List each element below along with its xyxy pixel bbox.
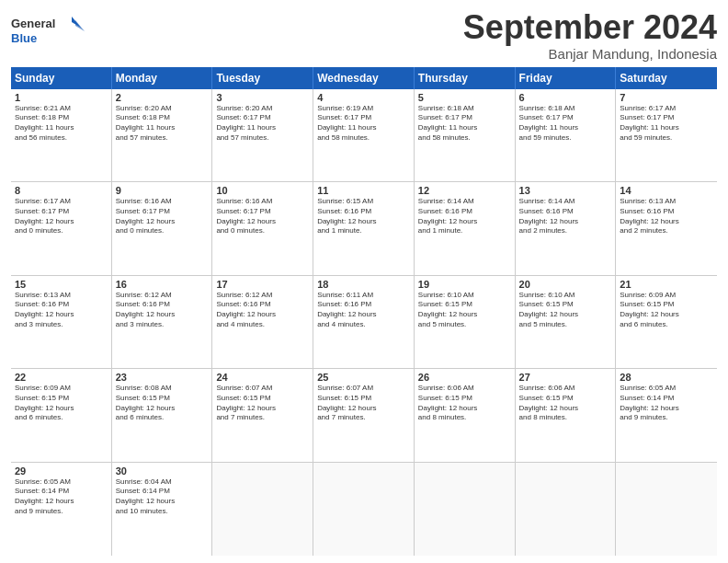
cell-w2-d4: 11Sunrise: 6:15 AM Sunset: 6:16 PM Dayli… xyxy=(313,182,415,274)
cell-w5-d5 xyxy=(415,463,516,556)
cell-w2-d6: 13Sunrise: 6:14 AM Sunset: 6:16 PM Dayli… xyxy=(516,182,617,274)
cell-w2-d2: 9Sunrise: 6:16 AM Sunset: 6:17 PM Daylig… xyxy=(112,182,213,274)
cell-w3-d1: 15Sunrise: 6:13 AM Sunset: 6:16 PM Dayli… xyxy=(11,276,112,368)
day-number: 24 xyxy=(216,372,309,383)
day-number: 26 xyxy=(418,372,511,383)
cell-w3-d3: 17Sunrise: 6:12 AM Sunset: 6:16 PM Dayli… xyxy=(212,276,313,368)
cell-w1-d3: 3Sunrise: 6:20 AM Sunset: 6:17 PM Daylig… xyxy=(212,89,313,181)
week-5: 29Sunrise: 6:05 AM Sunset: 6:14 PM Dayli… xyxy=(11,463,717,556)
cell-w4-d6: 27Sunrise: 6:06 AM Sunset: 6:15 PM Dayli… xyxy=(516,369,617,461)
cell-info: Sunrise: 6:09 AM Sunset: 6:15 PM Dayligh… xyxy=(620,291,713,330)
cell-w3-d2: 16Sunrise: 6:12 AM Sunset: 6:16 PM Dayli… xyxy=(112,276,213,368)
page-container: General Blue September 2024 Banjar Mandu… xyxy=(0,0,728,563)
day-number: 17 xyxy=(216,279,309,290)
col-sunday: Sunday xyxy=(11,67,112,89)
day-number: 4 xyxy=(317,92,410,103)
cell-w3-d7: 21Sunrise: 6:09 AM Sunset: 6:15 PM Dayli… xyxy=(616,276,717,368)
week-1: 1Sunrise: 6:21 AM Sunset: 6:18 PM Daylig… xyxy=(11,89,717,182)
cell-info: Sunrise: 6:21 AM Sunset: 6:18 PM Dayligh… xyxy=(15,104,108,144)
day-number: 19 xyxy=(418,279,511,290)
cell-w4-d7: 28Sunrise: 6:05 AM Sunset: 6:14 PM Dayli… xyxy=(616,369,717,461)
cell-info: Sunrise: 6:12 AM Sunset: 6:16 PM Dayligh… xyxy=(116,291,209,330)
cell-info: Sunrise: 6:12 AM Sunset: 6:16 PM Dayligh… xyxy=(216,291,309,330)
cell-w1-d7: 7Sunrise: 6:17 AM Sunset: 6:17 PM Daylig… xyxy=(616,89,717,181)
cell-info: Sunrise: 6:16 AM Sunset: 6:17 PM Dayligh… xyxy=(116,197,209,236)
cell-info: Sunrise: 6:14 AM Sunset: 6:16 PM Dayligh… xyxy=(519,197,612,236)
cell-w2-d1: 8Sunrise: 6:17 AM Sunset: 6:17 PM Daylig… xyxy=(11,182,112,274)
logo-svg: General Blue xyxy=(11,13,85,54)
cell-w2-d7: 14Sunrise: 6:13 AM Sunset: 6:16 PM Dayli… xyxy=(616,182,717,274)
cell-info: Sunrise: 6:07 AM Sunset: 6:15 PM Dayligh… xyxy=(317,384,410,423)
cell-info: Sunrise: 6:08 AM Sunset: 6:15 PM Dayligh… xyxy=(116,384,209,423)
cell-w1-d1: 1Sunrise: 6:21 AM Sunset: 6:18 PM Daylig… xyxy=(11,89,112,181)
cell-info: Sunrise: 6:05 AM Sunset: 6:14 PM Dayligh… xyxy=(15,477,108,517)
day-number: 5 xyxy=(418,92,511,103)
cell-info: Sunrise: 6:10 AM Sunset: 6:15 PM Dayligh… xyxy=(418,291,511,330)
day-number: 2 xyxy=(116,92,209,103)
week-2: 8Sunrise: 6:17 AM Sunset: 6:17 PM Daylig… xyxy=(11,182,717,275)
cell-w4-d1: 22Sunrise: 6:09 AM Sunset: 6:15 PM Dayli… xyxy=(11,369,112,461)
day-number: 28 xyxy=(620,372,713,383)
day-number: 25 xyxy=(317,372,410,383)
month-title: September 2024 xyxy=(463,9,717,46)
week-3: 15Sunrise: 6:13 AM Sunset: 6:16 PM Dayli… xyxy=(11,276,717,369)
cell-info: Sunrise: 6:07 AM Sunset: 6:15 PM Dayligh… xyxy=(216,384,309,423)
cell-info: Sunrise: 6:13 AM Sunset: 6:16 PM Dayligh… xyxy=(620,197,713,236)
cell-w3-d6: 20Sunrise: 6:10 AM Sunset: 6:15 PM Dayli… xyxy=(516,276,617,368)
day-number: 13 xyxy=(519,185,612,196)
cell-w2-d3: 10Sunrise: 6:16 AM Sunset: 6:17 PM Dayli… xyxy=(212,182,313,274)
col-thursday: Thursday xyxy=(415,67,516,89)
day-number: 20 xyxy=(519,279,612,290)
cell-w2-d5: 12Sunrise: 6:14 AM Sunset: 6:16 PM Dayli… xyxy=(415,182,516,274)
day-number: 7 xyxy=(620,92,713,103)
cell-w4-d2: 23Sunrise: 6:08 AM Sunset: 6:15 PM Dayli… xyxy=(112,369,213,461)
cell-w1-d6: 6Sunrise: 6:18 AM Sunset: 6:17 PM Daylig… xyxy=(516,89,617,181)
cell-info: Sunrise: 6:13 AM Sunset: 6:16 PM Dayligh… xyxy=(15,291,108,330)
svg-marker-3 xyxy=(75,20,85,31)
cell-w1-d4: 4Sunrise: 6:19 AM Sunset: 6:17 PM Daylig… xyxy=(313,89,415,181)
day-number: 11 xyxy=(317,185,410,196)
col-friday: Friday xyxy=(516,67,617,89)
col-tuesday: Tuesday xyxy=(212,67,313,89)
calendar-body: 1Sunrise: 6:21 AM Sunset: 6:18 PM Daylig… xyxy=(11,89,717,556)
cell-w3-d5: 19Sunrise: 6:10 AM Sunset: 6:15 PM Dayli… xyxy=(415,276,516,368)
cell-w5-d1: 29Sunrise: 6:05 AM Sunset: 6:14 PM Dayli… xyxy=(11,463,112,556)
cell-info: Sunrise: 6:05 AM Sunset: 6:14 PM Dayligh… xyxy=(620,384,713,423)
location-subtitle: Banjar Mandung, Indonesia xyxy=(463,46,717,62)
cell-w5-d7 xyxy=(616,463,717,556)
day-number: 15 xyxy=(15,279,108,290)
day-number: 14 xyxy=(620,185,713,196)
day-number: 9 xyxy=(116,185,209,196)
day-number: 16 xyxy=(116,279,209,290)
cell-info: Sunrise: 6:17 AM Sunset: 6:17 PM Dayligh… xyxy=(620,104,713,144)
week-4: 22Sunrise: 6:09 AM Sunset: 6:15 PM Dayli… xyxy=(11,369,717,462)
svg-text:Blue: Blue xyxy=(11,31,37,45)
cell-info: Sunrise: 6:18 AM Sunset: 6:17 PM Dayligh… xyxy=(418,104,511,144)
day-number: 23 xyxy=(116,372,209,383)
cell-info: Sunrise: 6:06 AM Sunset: 6:15 PM Dayligh… xyxy=(418,384,511,423)
day-number: 12 xyxy=(418,185,511,196)
cell-info: Sunrise: 6:18 AM Sunset: 6:17 PM Dayligh… xyxy=(519,104,612,144)
page-header: General Blue September 2024 Banjar Mandu… xyxy=(11,9,717,62)
cell-w1-d5: 5Sunrise: 6:18 AM Sunset: 6:17 PM Daylig… xyxy=(415,89,516,181)
day-number: 27 xyxy=(519,372,612,383)
cell-w5-d6 xyxy=(516,463,617,556)
cell-info: Sunrise: 6:06 AM Sunset: 6:15 PM Dayligh… xyxy=(519,384,612,423)
cell-info: Sunrise: 6:14 AM Sunset: 6:16 PM Dayligh… xyxy=(418,197,511,236)
day-number: 30 xyxy=(116,465,209,477)
cell-info: Sunrise: 6:17 AM Sunset: 6:17 PM Dayligh… xyxy=(15,197,108,236)
cell-info: Sunrise: 6:04 AM Sunset: 6:14 PM Dayligh… xyxy=(116,477,209,517)
day-number: 3 xyxy=(216,92,309,103)
cell-info: Sunrise: 6:15 AM Sunset: 6:16 PM Dayligh… xyxy=(317,197,410,236)
col-monday: Monday xyxy=(112,67,213,89)
calendar: Sunday Monday Tuesday Wednesday Thursday… xyxy=(11,67,717,556)
col-wednesday: Wednesday xyxy=(313,67,415,89)
cell-info: Sunrise: 6:09 AM Sunset: 6:15 PM Dayligh… xyxy=(15,384,108,423)
cell-w4-d3: 24Sunrise: 6:07 AM Sunset: 6:15 PM Dayli… xyxy=(212,369,313,461)
calendar-header: Sunday Monday Tuesday Wednesday Thursday… xyxy=(11,67,717,89)
cell-w4-d4: 25Sunrise: 6:07 AM Sunset: 6:15 PM Dayli… xyxy=(313,369,415,461)
cell-w5-d4 xyxy=(313,463,415,556)
day-number: 1 xyxy=(15,92,108,103)
cell-info: Sunrise: 6:20 AM Sunset: 6:17 PM Dayligh… xyxy=(216,104,309,144)
title-block: September 2024 Banjar Mandung, Indonesia xyxy=(463,9,717,62)
